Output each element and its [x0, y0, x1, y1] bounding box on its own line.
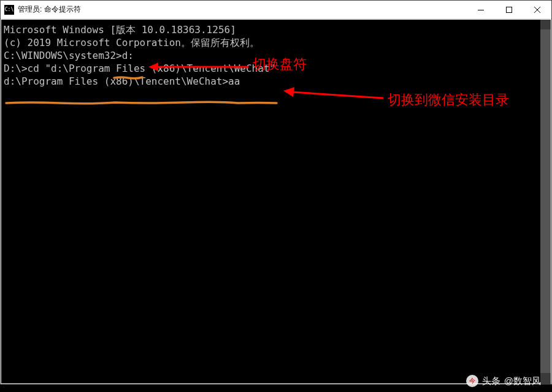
terminal-line: Microsoft Windows [版本 10.0.18363.1256] [4, 23, 548, 36]
svg-rect-0 [478, 10, 484, 10]
terminal-line: D:\>cd "d:\Program Files (x86)\Tencent\W… [4, 62, 548, 75]
watermark: 今 头条 @数智风 [466, 375, 541, 387]
terminal-line: C:\WINDOWS\system32>d: [4, 49, 548, 62]
close-button[interactable] [523, 1, 551, 19]
terminal-area[interactable]: Microsoft Windows [版本 10.0.18363.1256] (… [1, 20, 551, 383]
cmd-window: C:\ 管理员: 命令提示符 Microsoft Windows [版本 10.… [0, 0, 552, 385]
watermark-brand: 头条 [482, 375, 500, 387]
svg-rect-1 [507, 7, 512, 13]
terminal-line: d:\Program Files (x86)\Tencent\WeChat>aa [4, 75, 548, 88]
watermark-handle: @数智风 [504, 375, 541, 387]
window-title: 管理员: 命令提示符 [18, 4, 467, 15]
window-controls [467, 1, 551, 18]
cmd-icon: C:\ [4, 5, 14, 15]
scroll-thumb[interactable] [540, 29, 551, 373]
toutiao-icon: 今 [466, 375, 478, 387]
maximize-button[interactable] [495, 1, 523, 19]
terminal-line: (c) 2019 Microsoft Corporation。保留所有权利。 [4, 36, 548, 49]
titlebar[interactable]: C:\ 管理员: 命令提示符 [1, 1, 551, 19]
scrollbar[interactable] [540, 20, 551, 385]
minimize-button[interactable] [467, 1, 495, 19]
